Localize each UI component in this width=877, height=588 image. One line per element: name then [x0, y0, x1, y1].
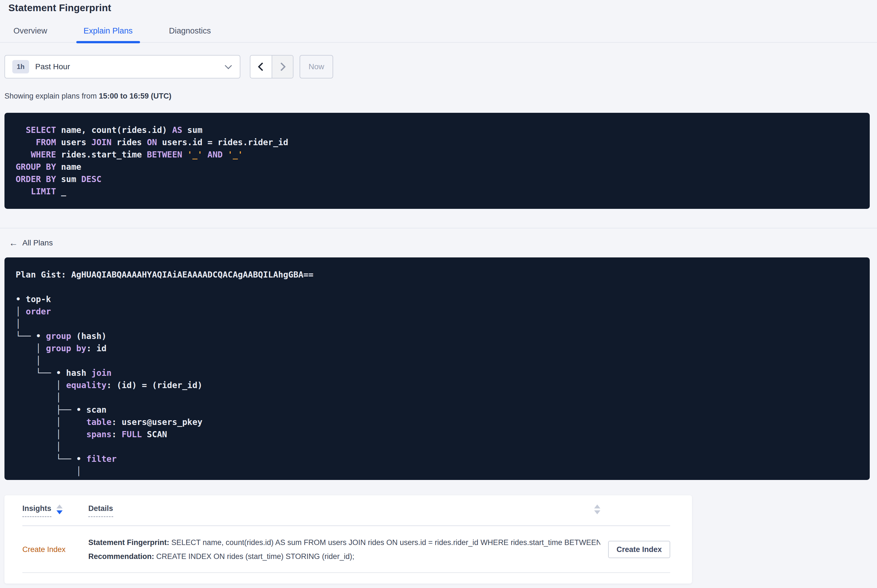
page-title: Statement Fingerprint — [8, 2, 877, 14]
showing-plans-status: Showing explain plans from 15:00 to 16:5… — [5, 92, 877, 100]
tab-overview[interactable]: Overview — [6, 26, 54, 42]
section-divider — [0, 228, 877, 228]
time-pager — [250, 55, 293, 78]
insight-action-cell: Create Index — [600, 541, 670, 558]
chevron-left-icon — [258, 62, 266, 71]
all-plans-label: All Plans — [23, 238, 53, 248]
tab-bar: Overview Explain Plans Diagnostics — [0, 26, 877, 43]
tab-explain-plans-label: Explain Plans — [84, 26, 133, 35]
recommendation-line: Recommendation: CREATE INDEX ON rides (s… — [88, 549, 600, 563]
now-button[interactable]: Now — [299, 55, 333, 78]
time-range-value: Past Hour — [35, 62, 226, 71]
time-controls: 1h Past Hour Now — [5, 55, 877, 78]
statement-fingerprint-line: Statement Fingerprint: SELECT name, coun… — [88, 536, 600, 549]
statement-fingerprint-label: Statement Fingerprint: — [88, 538, 169, 547]
next-time-button[interactable] — [272, 56, 293, 78]
details-sort-control[interactable] — [594, 504, 600, 514]
chevron-right-icon — [277, 62, 286, 71]
details-column-label[interactable]: Details — [88, 504, 113, 517]
create-index-link[interactable]: Create Index — [23, 545, 66, 554]
status-range: 15:00 to 16:59 (UTC) — [99, 92, 171, 100]
tab-diagnostics-label: Diagnostics — [169, 26, 211, 35]
tab-explain-plans[interactable]: Explain Plans — [76, 26, 140, 42]
sort-desc-icon — [594, 510, 600, 514]
insights-column-label[interactable]: Insights — [23, 504, 51, 517]
statement-fingerprint-text: SELECT name, count(rides.id) AS sum FROM… — [169, 538, 600, 547]
arrow-left-icon: ← — [9, 238, 18, 248]
status-prefix: Showing explain plans from — [5, 92, 99, 100]
recommendation-text: CREATE INDEX ON rides (start_time) STORI… — [154, 552, 354, 561]
insight-row: Create Index Statement Fingerprint: SELE… — [5, 526, 692, 573]
insight-type-cell: Create Index — [23, 545, 88, 554]
sort-desc-icon — [56, 510, 63, 514]
insights-column-header: Insights — [23, 504, 88, 517]
statement-sql-text: SELECT name, count(rides.id) AS sum FROM… — [16, 124, 870, 198]
sort-asc-icon — [56, 504, 63, 508]
prev-time-button[interactable] — [250, 56, 272, 78]
tab-diagnostics[interactable]: Diagnostics — [162, 26, 218, 42]
insights-sort-control[interactable] — [56, 504, 63, 514]
create-index-button[interactable]: Create Index — [608, 541, 670, 558]
statement-sql-panel: SELECT name, count(rides.id) AS sum FROM… — [5, 113, 870, 209]
plan-gist-tree: Plan Gist: AgHUAQIABQAAAAHYAQIAiAEAAAADC… — [16, 268, 870, 477]
insights-table-card: Insights Details Create Index Statement … — [5, 495, 692, 584]
chevron-down-icon — [225, 62, 232, 69]
insight-details-cell: Statement Fingerprint: SELECT name, coun… — [88, 536, 600, 563]
time-range-badge: 1h — [12, 60, 29, 74]
plan-gist-panel: Plan Gist: AgHUAQIABQAAAAHYAQIAiAEAAAADC… — [5, 257, 870, 480]
sort-asc-icon — [594, 504, 600, 508]
details-column-header: Details — [88, 504, 600, 517]
active-tab-underline — [76, 41, 140, 43]
all-plans-back-link[interactable]: ← All Plans — [9, 238, 53, 248]
recommendation-label: Recommendation: — [88, 552, 154, 561]
time-range-select[interactable]: 1h Past Hour — [5, 55, 240, 78]
tab-overview-label: Overview — [14, 26, 47, 35]
insights-table-header: Insights Details — [5, 495, 692, 526]
